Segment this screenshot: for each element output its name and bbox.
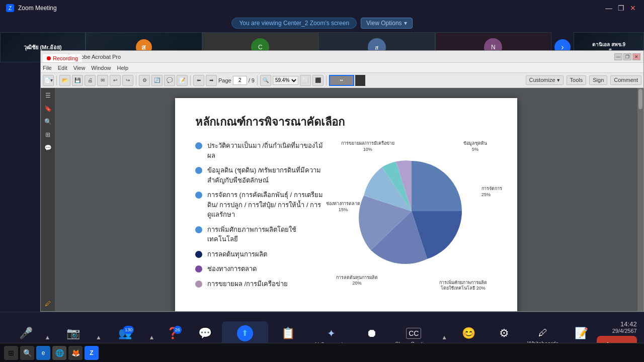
page-input[interactable] (233, 76, 247, 85)
open-btn[interactable]: 📂 (59, 75, 70, 86)
sidebar-bookmark-btn[interactable]: 🔖 (42, 103, 53, 114)
menu-edit[interactable]: Edit (58, 65, 67, 71)
menu-help[interactable]: Help (117, 65, 128, 71)
sidebar-search-btn[interactable]: 🔍 (42, 116, 53, 127)
bullet-text-4: การเพิ่มศักยภาพการผลิตโดยใช้เทคโนโลยี (207, 225, 326, 244)
qa-icon-wrapper: ❓ 26 (166, 327, 180, 340)
unmute-caret[interactable]: ▲ (44, 332, 52, 343)
menu-view[interactable]: View (73, 65, 86, 71)
recording-label: Recording (53, 55, 78, 61)
acrobat-toolbar[interactable]: 📄▾ 📂 💾 🖨 ✉ ↩ ↪ ⚙ 🔄 💬 📝 ⬅ ➡ Page / 9 🔍 59… (41, 73, 643, 88)
save-btn[interactable]: 💾 (72, 75, 83, 86)
bullet-item-7: การขยายผล /การมีเครือข่าย (195, 279, 326, 289)
participants-badge: 130 (123, 326, 134, 334)
taskbar-start[interactable]: ⊞ (4, 346, 18, 360)
bullet-item-5: การลดต้นทุนการผลิต (195, 249, 326, 259)
bullet-dot-2 (195, 167, 202, 174)
window-controls[interactable]: — ❐ ✕ (604, 3, 638, 13)
close-btn[interactable]: ✕ (628, 3, 638, 13)
bullet-text-5: การลดต้นทุนการผลิต (207, 249, 267, 259)
acrobat-menubar[interactable]: File Edit View Window Help (41, 63, 643, 73)
tools-btn[interactable]: Tools (567, 75, 587, 85)
screen-share-notification: You are viewing Center_2 Zoom's screen (231, 18, 357, 29)
zoom-select[interactable]: 59.4% 100% (273, 76, 298, 85)
bullet-text-2: ข้อมูลดิน (ชุดดิน) /ทรัพยากรดินที่มีความ… (207, 165, 326, 185)
pdf-scrollbar[interactable] (637, 88, 643, 311)
fit-page-btn[interactable]: ⬜ (300, 75, 311, 86)
participants-icon-wrapper: 👥 130 (118, 327, 132, 340)
pdf-page-title: หลักเกณฑ์การพิจารณาคัดเลือก (195, 113, 497, 131)
bullet-dot-6 (195, 265, 202, 273)
record-icon: ⏺ (366, 327, 377, 340)
pie-label-reduce: การลดต้นทุนการผลิต20% (336, 275, 378, 287)
sidebar-pages-btn[interactable]: ☰ (42, 90, 53, 101)
stop-video-icon: 📷 (66, 327, 80, 340)
sidebar-settings-btn[interactable]: 🖊 (42, 298, 53, 309)
sidebar-comment-btn[interactable]: 💬 (42, 142, 53, 153)
create-btn[interactable]: 📄▾ (43, 75, 54, 86)
pdf-page: หลักเกณฑ์การพิจารณาคัดเลือก ประวัติความเ… (175, 98, 517, 311)
show-captions-icon: CC (406, 328, 421, 339)
bullet-text-6: ช่องทางการตลาด (207, 264, 257, 274)
toolbar-btn-4[interactable]: ⚙ (139, 75, 150, 86)
pdf-text-column: ประวัติความเป็นมา /ถิ่นกำเนิดที่มาของไม้… (195, 141, 326, 294)
toolbar-btn-7[interactable]: 📝 (177, 75, 188, 86)
acrobat-restore[interactable]: ❐ (623, 53, 631, 60)
bullet-text-7: การขยายผล /การมีเครือข่าย (207, 279, 288, 289)
unmute-icon: 🎤 (19, 327, 33, 340)
app-icon: Z (6, 4, 14, 12)
stop-video-caret[interactable]: ▲ (95, 332, 103, 343)
pdf-sidebar[interactable]: ☰ 🔖 🔍 ⊞ 💬 🖊 (41, 88, 55, 311)
participants-caret[interactable]: ▲ (147, 332, 155, 343)
acrobat-window-controls[interactable]: — ❐ ✕ (614, 53, 640, 60)
toolbar-btn-2[interactable]: ↩ (110, 75, 121, 86)
bullet-item-3: การจัดการ (การคัดเลือกพันธุ์ / การเตรียม… (195, 190, 326, 220)
share-screen-icon: ⬆ (237, 325, 253, 341)
bullet-dot-4 (195, 226, 202, 233)
toolbar-btn-8[interactable]: ⬅ (193, 75, 204, 86)
acrobat-titlebar: หลักเกณฑ์ - Adobe Acrobat Pro — ❐ ✕ (41, 51, 643, 63)
pie-label-market: ช่องทางการตลาด15% (326, 201, 360, 213)
fit-width-btn[interactable]: ⬛ (312, 75, 324, 86)
reactions-icon: 😊 (462, 327, 475, 340)
menu-file[interactable]: File (43, 65, 52, 71)
pdf-scroll-thumb[interactable] (638, 89, 642, 109)
pie-label-enhance: การเพิ่มศักยภาพการผลิตโดยใช้เทคโนโลยี 20… (439, 280, 487, 292)
sidebar-layer-btn[interactable]: ⊞ (42, 129, 53, 140)
maximize-btn[interactable]: ❐ (616, 3, 626, 13)
taskbar-zoom[interactable]: Z (85, 346, 99, 360)
toolbar-btn-9[interactable]: ➡ (206, 75, 217, 86)
captions-caret[interactable]: ▲ (440, 332, 448, 343)
minimize-btn[interactable]: — (604, 3, 614, 13)
comment-btn[interactable]: Comment (610, 75, 641, 85)
ai-companion-icon: ✦ (327, 327, 336, 339)
toolbar-right[interactable]: Customize ▾ Tools Sign Comment (526, 75, 641, 85)
bullet-item-2: ข้อมูลดิน (ชุดดิน) /ทรัพยากรดินที่มีความ… (195, 165, 326, 185)
print-btn[interactable]: 🖨 (85, 75, 96, 86)
taskbar-search[interactable]: 🔍 (20, 346, 34, 360)
page-total: / 9 (249, 77, 255, 83)
menu-window[interactable]: Window (91, 65, 111, 71)
taskbar-firefox[interactable]: 🦊 (68, 346, 83, 360)
customize-btn[interactable]: Customize ▾ (526, 75, 564, 85)
bullet-dot-5 (195, 251, 202, 258)
acrobat-close[interactable]: ✕ (632, 53, 640, 60)
toolbar-btn-1[interactable]: ✉ (97, 75, 108, 86)
notes-icon: 📝 (575, 327, 588, 340)
notification-bar: You are viewing Center_2 Zoom's screen V… (0, 16, 644, 30)
sign-btn[interactable]: Sign (589, 75, 607, 85)
windows-taskbar: ⊞ 🔍 e 🌐 🦊 Z (0, 343, 644, 362)
current-time: 14:42 (612, 320, 637, 328)
toolbar-btn-5[interactable]: 🔄 (151, 75, 163, 86)
toolbar-sep-5 (326, 75, 327, 85)
thumb-1[interactable]: ▪▪ (329, 75, 354, 86)
view-options-button[interactable]: View Options ▾ (361, 18, 412, 29)
taskbar-browser-edge[interactable]: e (36, 346, 50, 360)
taskbar-browser-chrome[interactable]: 🌐 (52, 346, 66, 360)
acrobat-minimize[interactable]: — (614, 53, 622, 60)
acrobat-window: หลักเกณฑ์ - Adobe Acrobat Pro — ❐ ✕ File… (40, 50, 644, 312)
featured-right-name: ดานิเอล สพข.9 (592, 41, 625, 48)
zoom-in-btn[interactable]: 🔍 (260, 75, 271, 86)
toolbar-btn-6[interactable]: 💬 (164, 75, 175, 86)
toolbar-btn-3[interactable]: ↪ (122, 75, 133, 86)
